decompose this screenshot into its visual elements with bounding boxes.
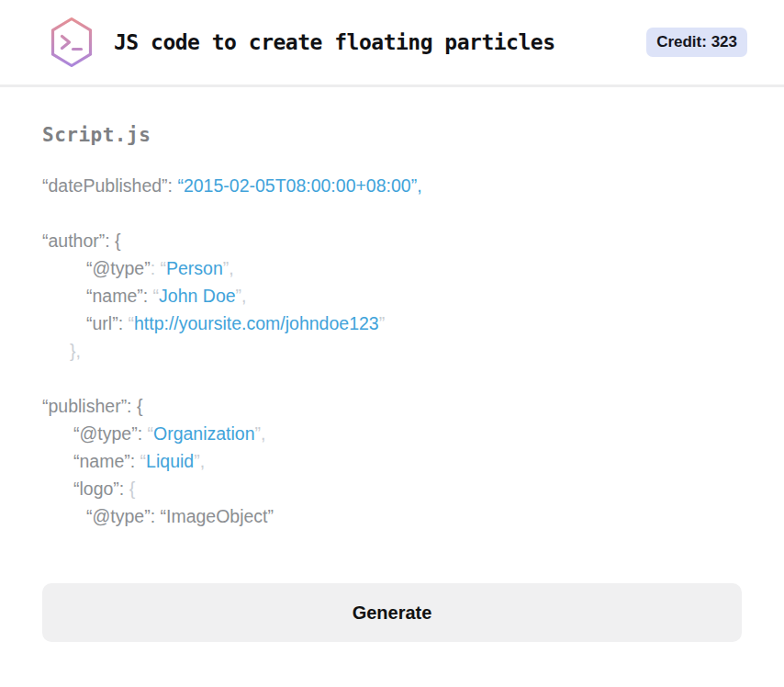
code-segment-key: “url”: [86,313,129,333]
code-line: “@type”: “Person”, [42,254,742,282]
code-line: “name”: “John Doe”, [42,282,742,310]
code-segment-value: Organization [153,423,255,444]
header-divider [0,84,784,87]
code-block: “datePublished”: “2015-02-05T08:00:00+08… [42,172,742,530]
code-segment-punct: ”, [223,258,234,278]
code-segment-key: “@type”: [73,423,147,444]
code-segment-punct: ”, [255,423,266,444]
credit-badge: Credit: 323 [646,28,747,57]
code-segment-key: “name”: [86,286,153,306]
code-line: “@type”: “ImageObject” [42,502,742,530]
code-blank-line [42,199,742,227]
code-segment-punct: { [129,479,136,499]
code-line: }, [42,337,742,365]
code-segment-punct: ” [379,313,386,333]
terminal-prompt-hexagon-icon [50,17,94,68]
code-segment-punct: }, [70,341,81,361]
file-title: Script.js [42,124,742,146]
code-segment-value: Person [166,258,223,278]
app-window: JS code to create floating particles Cre… [0,0,784,642]
code-segment-key: “logo”: [73,479,129,499]
code-line: “url”: “http://yoursite.com/johndoe123” [42,310,742,337]
code-segment-key: “datePublished”: [42,175,177,196]
code-line: “name”: “Liquid”, [42,447,742,475]
code-line: “datePublished”: “2015-02-05T08:00:00+08… [42,172,742,199]
code-blank-line [42,365,742,392]
code-segment-punct: ”, [236,286,247,306]
header: JS code to create floating particles Cre… [0,0,784,84]
generate-button[interactable]: Generate [42,583,742,642]
code-segment-key: “@type”: “ImageObject” [86,506,274,526]
main-content: Script.js “datePublished”: “2015-02-05T0… [0,124,784,642]
code-segment-value: John Doe [159,286,235,306]
code-segment-key: “@type” [86,258,151,278]
code-segment-punct: : “ [151,258,166,278]
code-segment-key: “name”: [73,451,140,471]
code-line: “logo”: { [42,475,742,502]
code-line: “author”: { [42,227,742,254]
code-segment-value: Liquid [146,451,194,471]
page-title: JS code to create floating particles [114,30,555,54]
code-segment-value: http://yoursite.com/johndoe123 [134,313,379,333]
code-segment-key: “author”: { [42,231,121,251]
code-line: “publisher”: { [42,392,742,420]
code-segment-punct: ”, [194,451,205,471]
code-segment-key: “publisher”: { [42,396,142,416]
code-segment-value: “2015-02-05T08:00:00+08:00”, [177,175,421,196]
code-line: “@type”: “Organization”, [42,420,742,447]
